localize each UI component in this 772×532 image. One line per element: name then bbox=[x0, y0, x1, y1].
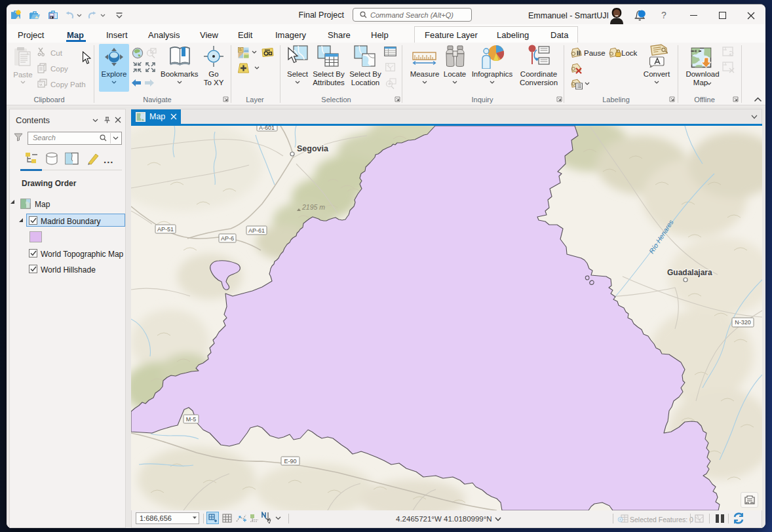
svg-text:Guadalajara: Guadalajara bbox=[667, 268, 712, 277]
svg-text:2195 m: 2195 m bbox=[301, 203, 325, 211]
svg-text:N-320: N-320 bbox=[735, 319, 751, 326]
svg-text:M-5: M-5 bbox=[186, 416, 197, 423]
svg-text:A-601: A-601 bbox=[259, 126, 275, 131]
svg-text:AP-61: AP-61 bbox=[248, 227, 265, 234]
svg-text:AP-51: AP-51 bbox=[157, 226, 174, 233]
svg-text:AP-6: AP-6 bbox=[221, 235, 234, 242]
svg-text:Segovia: Segovia bbox=[297, 144, 329, 153]
svg-text:E-90: E-90 bbox=[284, 458, 296, 465]
